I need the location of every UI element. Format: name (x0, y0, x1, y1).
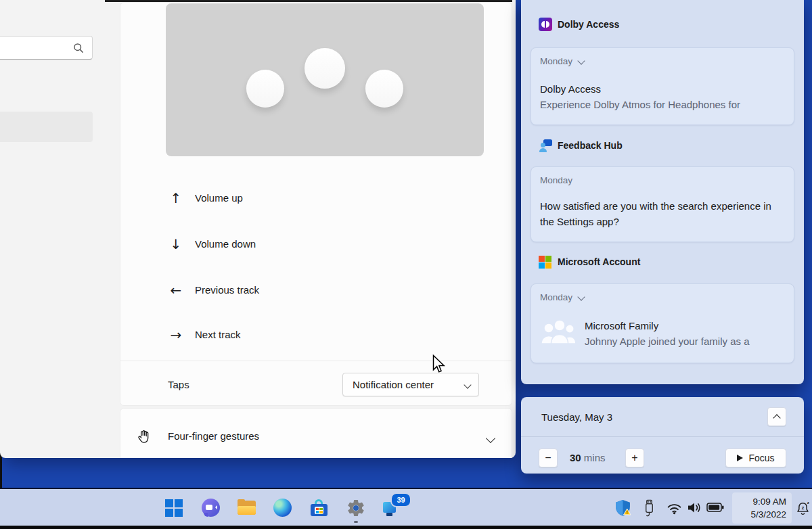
notification-time: Monday (540, 292, 572, 302)
folder-front (238, 506, 256, 515)
svg-text:z: z (802, 505, 805, 511)
notification-app-name: Microsoft Account (558, 254, 640, 270)
gear-icon (346, 498, 366, 518)
microsoft-logo-icon (539, 256, 551, 268)
search-input[interactable] (0, 39, 70, 56)
taps-dropdown-value: Notification center (353, 379, 458, 390)
screen-edge-bottom (0, 526, 812, 529)
mouse-cursor (431, 354, 446, 375)
focus-start-button[interactable]: Focus (725, 448, 786, 467)
phone-link-base (386, 513, 392, 516)
gesture-label: Next track (195, 325, 241, 344)
notification-group-header-microsoft-account: Microsoft Account (521, 254, 804, 270)
svg-text:z: z (807, 500, 809, 505)
settings-search-box[interactable] (0, 36, 93, 60)
finger-dot-icon (304, 48, 345, 89)
calendar-date-label: Tuesday, May 3 (541, 408, 612, 427)
start-button[interactable] (165, 499, 184, 518)
arrow-up-icon: ↑ (168, 189, 184, 208)
chevron-down-icon (464, 381, 471, 388)
notification-app-name: Feedback Hub (558, 137, 623, 154)
focus-button-label: Focus (748, 453, 774, 463)
gesture-label: Previous track (195, 281, 259, 300)
divider (120, 361, 512, 361)
notification-center-panel: Dolby Access Monday Dolby Access Experie… (521, 0, 804, 384)
taskbar-settings-button[interactable] (346, 498, 366, 518)
feedback-hub-icon (539, 139, 552, 152)
chevron-down-icon[interactable] (577, 57, 585, 64)
finger-dot-icon (365, 70, 403, 108)
calendar-flyout: Tuesday, May 3 − 30 mins + Focus (521, 397, 804, 474)
search-icon (73, 43, 84, 53)
gesture-row-volume-up: ↑ Volume up (120, 189, 512, 208)
sidebar-selected-item[interactable] (0, 112, 93, 142)
taps-label: Taps (168, 373, 189, 397)
arrow-right-icon: → (168, 325, 184, 344)
notification-card-dolby[interactable]: Monday Dolby Access Experience Dolby Atm… (531, 47, 794, 125)
notification-app-name: Dolby Access (558, 16, 619, 32)
touchpad-gesture-illustration (166, 3, 484, 156)
gesture-label: Volume down (195, 235, 256, 254)
windows-security-shield-icon[interactable] (615, 500, 631, 516)
taskbar-file-explorer-button[interactable] (238, 499, 256, 518)
notification-time: Monday (540, 56, 572, 66)
chevron-down-icon[interactable] (577, 293, 585, 300)
chevron-up-icon (773, 414, 780, 421)
notification-card-feedback-hub[interactable]: Monday How satisfied are you with the se… (531, 166, 794, 242)
gesture-row-next-track: → Next track (120, 325, 512, 344)
notification-body: How satisfied are you with the search ex… (540, 198, 786, 229)
clock-date: 5/3/2022 (750, 508, 786, 521)
gesture-row-volume-down: ↓ Volume down (120, 235, 512, 254)
focus-minutes-value: 30 (570, 452, 581, 463)
notification-title: Dolby Access (540, 83, 601, 95)
focus-minutes-increase-button[interactable]: + (625, 448, 644, 467)
four-finger-gestures-label: Four-finger gestures (168, 430, 259, 442)
chat-bubble-tail (204, 513, 208, 517)
taps-dropdown[interactable]: Notification center (342, 373, 479, 396)
notification-group-header-feedback-hub: Feedback Hub (521, 137, 804, 154)
notification-body: Experience Dolby Atmos for Headphones fo… (540, 99, 740, 110)
arrow-left-icon: ← (168, 281, 184, 300)
wifi-icon[interactable] (666, 501, 683, 515)
desktop: ↑ Volume up ↓ Volume down ← Previous tra… (0, 0, 812, 529)
gesture-label: Volume up (195, 189, 243, 208)
focus-duration: 30 mins (570, 448, 606, 467)
dolby-access-icon (539, 18, 552, 31)
notification-title: Microsoft Family (585, 320, 658, 331)
family-group-icon (539, 318, 578, 345)
chevron-down-icon[interactable] (486, 434, 495, 443)
focus-assist-bell-icon[interactable]: z z (795, 500, 811, 516)
calendar-collapse-button[interactable] (767, 407, 786, 426)
notification-card-microsoft-family[interactable]: Monday Microsoft Family Johnny Apple joi… (531, 283, 794, 363)
clock-time: 9:09 AM (752, 495, 786, 508)
windows-logo-icon (165, 499, 184, 517)
four-finger-gestures-card[interactable]: Four-finger gestures (120, 408, 512, 458)
taskbar-chat-button[interactable] (202, 499, 221, 518)
arrow-down-icon: ↓ (168, 235, 184, 254)
usb-device-icon[interactable] (643, 499, 656, 518)
divider (521, 436, 804, 437)
volume-icon[interactable] (687, 501, 703, 515)
notification-body: Johnny Apple joined your family as a (585, 336, 749, 347)
gesture-row-previous-track: ← Previous track (120, 281, 512, 300)
settings-window: ↑ Volume up ↓ Volume down ← Previous tra… (0, 0, 516, 458)
settings-active-indicator (354, 521, 358, 523)
battery-icon[interactable] (706, 503, 724, 513)
taskbar-store-button[interactable] (310, 499, 329, 518)
taskbar-edge-button[interactable] (273, 499, 292, 518)
hand-icon (137, 429, 152, 444)
taskbar-clock[interactable]: 9:09 AM 5/3/2022 (732, 492, 792, 524)
notification-count-badge: 39 (390, 492, 411, 507)
three-finger-gestures-card: ↑ Volume up ↓ Volume down ← Previous tra… (120, 2, 512, 406)
focus-minutes-decrease-button[interactable]: − (539, 448, 558, 467)
focus-minutes-unit: mins (584, 452, 606, 463)
notification-group-header-dolby: Dolby Access (521, 16, 804, 32)
play-icon (737, 455, 743, 461)
notification-time: Monday (540, 175, 572, 185)
edge-browser-icon (273, 499, 292, 517)
store-window-logo (315, 507, 323, 514)
finger-dot-icon (246, 70, 284, 108)
